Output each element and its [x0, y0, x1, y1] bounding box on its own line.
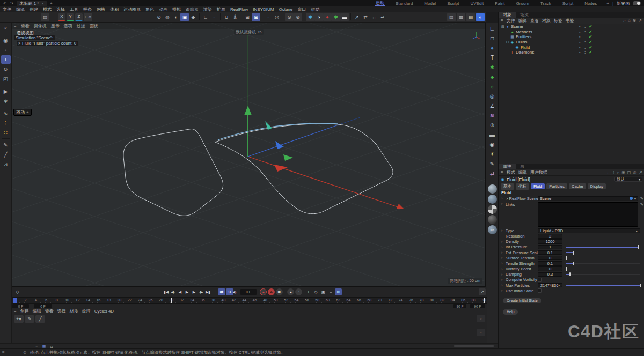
slider-knob[interactable]: [566, 267, 567, 271]
layout-tab-sculpt[interactable]: Sculpt: [446, 1, 460, 6]
cube-icon[interactable]: ◆: [189, 13, 197, 21]
scale-tool[interactable]: ◰: [1, 75, 11, 83]
param-slider[interactable]: [566, 272, 640, 277]
eyedropper-icon[interactable]: ✎: [639, 202, 644, 207]
up-icon[interactable]: ↑: [612, 170, 614, 175]
spline-pen-tool[interactable]: ∿: [1, 109, 11, 117]
arrange-icon[interactable]: ⇄: [361, 13, 370, 21]
back-icon[interactable]: ←: [606, 170, 610, 175]
viewport-menu-查看[interactable]: 查看: [21, 23, 30, 29]
menu-item-编辑[interactable]: 编辑: [16, 6, 25, 12]
library-icon[interactable]: ▩: [466, 13, 475, 21]
param-dropdown[interactable]: Liquid - PBD▾: [538, 228, 640, 233]
metaball-icon[interactable]: ◎: [487, 92, 497, 100]
capsule-icon[interactable]: ▬: [340, 13, 349, 21]
param-value-field[interactable]: 0: [538, 256, 562, 261]
next-key-icon[interactable]: ◦▶: [197, 288, 204, 295]
key-project-icon[interactable]: ▣: [320, 288, 327, 295]
key-rotation-icon[interactable]: ◔: [295, 288, 302, 295]
menu-item-模式[interactable]: 模式: [43, 6, 52, 12]
menu-item-角色[interactable]: 角色: [145, 6, 154, 12]
param-checkbox[interactable]: [538, 288, 542, 293]
attr-tab-display[interactable]: Display: [588, 183, 606, 189]
layer-chip-icon[interactable]: ▪: [579, 25, 580, 28]
popout-icon[interactable]: ↗: [353, 13, 361, 21]
deformer-icon[interactable]: ≋: [487, 111, 497, 120]
am-menu-编辑[interactable]: 编辑: [518, 169, 527, 175]
material-sphere-2[interactable]: [488, 195, 497, 204]
preset-dropdown[interactable]: 默认 ▾: [614, 177, 642, 182]
record-keyframe-icon[interactable]: ●: [260, 288, 267, 295]
material-pen-icon[interactable]: ✎: [487, 159, 497, 168]
menu-item-运动图形[interactable]: 运动图形: [123, 6, 141, 12]
grid-view-icon[interactable]: ▦: [41, 344, 47, 348]
mm-menu-查看[interactable]: 查看: [45, 308, 54, 314]
param-value-field[interactable]: 21474836›: [538, 283, 562, 288]
layout-tab-paint[interactable]: Paint: [494, 1, 506, 6]
am-menu-用户数据[interactable]: 用户数据: [530, 169, 547, 175]
param-slider[interactable]: [566, 250, 640, 255]
play-mode-icon[interactable]: ⇄: [218, 288, 225, 295]
sphere-object-icon[interactable]: ●: [487, 43, 497, 52]
snap-enable-icon[interactable]: U: [222, 13, 231, 21]
mm-menu-创建[interactable]: 创建: [20, 308, 29, 314]
nexus-icon[interactable]: ✱: [332, 13, 340, 21]
environment-icon[interactable]: ⊕: [487, 121, 497, 129]
fcurve-icon[interactable]: ↗: [479, 288, 486, 295]
keyframe-diamond-icon[interactable]: ◇: [14, 288, 21, 295]
add-material-icon[interactable]: +▾: [14, 315, 24, 323]
material-checker[interactable]: [488, 205, 497, 214]
enabled-check-icon[interactable]: ✓: [589, 29, 592, 34]
enabled-check-icon[interactable]: ✓: [589, 34, 592, 39]
goto-start-icon[interactable]: ▮◀: [163, 288, 170, 295]
menu-item-体积[interactable]: 体积: [110, 6, 119, 12]
object-name[interactable]: Daemons: [516, 50, 534, 55]
visibility-dots-icon[interactable]: :: [584, 40, 586, 44]
camera-icon[interactable]: ◉: [487, 140, 497, 149]
menu-item-网格[interactable]: 网格: [97, 6, 105, 12]
object-name[interactable]: Meshers: [516, 29, 532, 34]
visibility-dots-icon[interactable]: :: [584, 46, 586, 49]
document-tab[interactable]: 未标题 1 * ×: [17, 1, 47, 6]
slider-knob[interactable]: [640, 284, 641, 287]
brush-tool[interactable]: ✎: [1, 140, 11, 149]
visibility-dots-icon[interactable]: :: [584, 50, 586, 54]
mode-b-icon[interactable]: ⊗: [294, 13, 302, 21]
om-menu-文件[interactable]: 文件: [507, 18, 515, 24]
edit-material-icon[interactable]: ✎: [25, 315, 34, 323]
slider-knob[interactable]: [573, 262, 574, 265]
layout-tab-nodes[interactable]: Nodes: [583, 1, 598, 6]
param-value-field[interactable]: 1: [538, 245, 562, 250]
move-tool[interactable]: +: [1, 55, 11, 64]
viewport-menu-选项[interactable]: 选项: [64, 23, 72, 29]
axis-lock-z[interactable]: Z: [75, 13, 83, 21]
key-position-icon[interactable]: ●: [287, 288, 294, 295]
goto-end-icon[interactable]: ▶▮: [204, 288, 211, 295]
disabled-tool-icon[interactable]: ▫: [210, 13, 218, 21]
param-value-field[interactable]: 1000: [538, 239, 562, 244]
chevron-down-icon[interactable]: ▾: [634, 197, 636, 201]
prev-key-icon[interactable]: ◀◦: [170, 288, 177, 295]
material-dark[interactable]: [488, 215, 497, 224]
param-slider[interactable]: [566, 283, 640, 287]
attr-tab-cache[interactable]: Cache: [569, 183, 586, 189]
measure-tool[interactable]: ⊿: [1, 160, 11, 168]
disabled-grid-icon[interactable]: ▫: [264, 13, 273, 21]
menu-item-渲染[interactable]: 渲染: [203, 6, 212, 12]
attr-tab-基本[interactable]: 基本: [501, 183, 514, 190]
frame-ruler[interactable]: 2468101214161820222426283032343638404244…: [12, 297, 487, 304]
param-value-field[interactable]: 0: [538, 266, 562, 271]
menu-item-INSYDIUM[interactable]: INSYDIUM: [253, 7, 274, 12]
current-frame-field[interactable]: 0 F: [240, 289, 257, 295]
snap-settings-icon[interactable]: å: [231, 13, 239, 21]
knife-tool[interactable]: ╱: [1, 150, 11, 159]
menu-item-文件[interactable]: 文件: [3, 6, 11, 12]
tree-row-fluids[interactable]: ⊟◈Fluids▪:✓: [499, 40, 644, 45]
enabled-check-icon[interactable]: ✓: [589, 45, 592, 50]
half-view-icon[interactable]: ◘: [48, 344, 55, 348]
attr-tab-fluid[interactable]: Fluid: [531, 183, 545, 189]
quantize-icon[interactable]: ⊞: [243, 13, 252, 21]
menu-item-模拟[interactable]: 模拟: [172, 6, 181, 12]
eyedropper-icon[interactable]: ✎: [639, 196, 644, 201]
horizontal-scrollbar[interactable]: [454, 345, 494, 347]
